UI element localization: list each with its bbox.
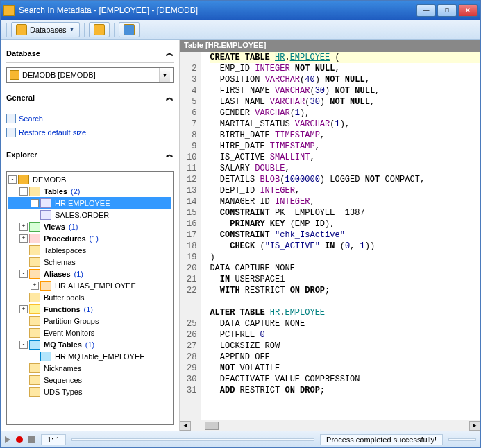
expand-icon[interactable]: - [19, 341, 28, 349]
expand-icon[interactable]: - [19, 187, 28, 196]
expand-icon[interactable]: - [19, 270, 28, 278]
tree-label: Event Monitors [42, 328, 96, 338]
general-section-header[interactable]: General︽ [6, 89, 174, 105]
db-icon [18, 175, 29, 184]
record-icon[interactable] [16, 436, 23, 443]
tree-node[interactable]: +Procedures(1) [8, 232, 171, 244]
scroll-left-icon[interactable]: ◄ [180, 421, 191, 431]
folder-icon [94, 24, 105, 35]
pr-icon [29, 234, 40, 243]
expand-icon[interactable]: + [19, 223, 28, 231]
fld-icon [29, 387, 40, 397]
expand-icon[interactable] [19, 246, 28, 255]
expand-icon[interactable] [19, 317, 28, 325]
expand-icon[interactable] [31, 352, 39, 361]
database-icon [10, 70, 19, 80]
tree-node[interactable]: UDS Types [8, 386, 171, 397]
stop-icon[interactable] [28, 436, 35, 443]
expand-icon[interactable] [19, 293, 28, 302]
scroll-right-icon[interactable]: ► [469, 421, 480, 431]
fld-icon [29, 187, 40, 196]
fld-icon [29, 328, 40, 338]
tree-node[interactable]: -DEMODB [8, 173, 171, 185]
code-editor[interactable]: 2345678910111213141516171819202122252627… [180, 52, 480, 420]
chevron-up-icon: ︽ [166, 48, 174, 58]
editor-header: Table [HR.EMPLOYEE] [180, 40, 480, 52]
tree-node[interactable]: Tablespaces [8, 244, 171, 256]
maximize-button[interactable]: □ [437, 4, 457, 17]
editor-panel: Table [HR.EMPLOYEE] 23456789101112131415… [180, 40, 480, 431]
expand-icon[interactable]: - [8, 175, 17, 184]
tree-label: MQ Tables [42, 340, 83, 350]
fld-icon [29, 245, 40, 255]
expand-icon[interactable]: + [19, 305, 28, 313]
combo-value: DEMODB [DEMODB] [22, 71, 96, 79]
tree-node[interactable]: +HR.ALIAS_EMPLOYEE [8, 279, 171, 291]
tree-label: Nicknames [42, 363, 83, 373]
tree-node[interactable]: +Functions(1) [8, 303, 171, 315]
expand-icon[interactable] [19, 258, 28, 266]
minimize-button[interactable]: — [416, 4, 436, 17]
expand-icon[interactable] [19, 364, 28, 372]
explorer-tree[interactable]: -DEMODB-Tables(2)+HR.EMPLOYEESALES.ORDER… [6, 171, 174, 425]
tree-node[interactable]: Schemas [8, 256, 171, 268]
tree-node[interactable]: Partition Groups [8, 315, 171, 327]
tree-label: UDS Types [42, 387, 83, 397]
fld-icon [29, 257, 40, 267]
databases-label: Databases [30, 26, 67, 34]
tree-label: Partition Groups [42, 316, 100, 326]
horizontal-scrollbar[interactable]: ◄ ► [180, 420, 480, 431]
status-message: Process completed successfully! [320, 434, 443, 445]
tree-node[interactable]: -Aliases(1) [8, 268, 171, 279]
explorer-section-header[interactable]: Explorer︽ [6, 146, 174, 162]
tree-node[interactable]: HR.MQTable_EMPLOYEE [8, 350, 171, 362]
toolbar-button-2[interactable] [119, 22, 140, 37]
mq-icon [40, 352, 51, 361]
statusbar: 1: 1 Process completed successfully! [1, 431, 480, 447]
tree-node[interactable]: Event Monitors [8, 327, 171, 338]
databases-dropdown[interactable]: Databases ▼ [11, 22, 80, 37]
titlebar: Search In Metadata - [EMPLOYEE] - [DEMOD… [1, 1, 480, 20]
expand-icon[interactable] [31, 211, 39, 219]
restore-icon [6, 128, 16, 137]
tree-label: HR.ALIAS_EMPLOYEE [53, 281, 137, 291]
expand-icon[interactable] [19, 376, 28, 384]
database-combo[interactable]: DEMODB [DEMODB] ▼ [6, 67, 174, 83]
tree-node[interactable]: Nicknames [8, 362, 171, 374]
code-content[interactable]: CREATE TABLE HR.EMPLOYEE ( EMP_ID INTEGE… [201, 52, 480, 420]
expand-icon[interactable]: + [31, 199, 39, 207]
toolbar-button-1[interactable] [89, 22, 110, 37]
line-gutter: 2345678910111213141516171819202122252627… [180, 52, 201, 420]
fn-icon [29, 304, 40, 314]
tree-node[interactable]: -MQ Tables(1) [8, 338, 171, 350]
al-icon [40, 281, 51, 291]
restore-size-link[interactable]: Restore default size [6, 126, 174, 139]
search-icon [6, 114, 16, 123]
tbl-icon [40, 198, 51, 208]
toolbar: Databases ▼ [1, 20, 480, 40]
expand-icon[interactable]: + [31, 282, 39, 290]
tree-node[interactable]: Sequences [8, 374, 171, 386]
scroll-thumb[interactable] [205, 422, 219, 430]
chevron-down-icon[interactable]: ▼ [159, 68, 170, 82]
search-link[interactable]: Search [6, 112, 174, 126]
database-section-header[interactable]: Database︽ [6, 45, 174, 61]
tree-label: Sequences [42, 375, 83, 385]
tree-node[interactable]: +HR.EMPLOYEE [8, 197, 171, 209]
app-icon [3, 5, 15, 16]
tree-label: Functions [42, 304, 82, 314]
expand-icon[interactable]: + [19, 234, 28, 243]
tree-node[interactable]: SALES.ORDER [8, 209, 171, 221]
tree-label: Procedures [42, 234, 87, 243]
tbl-icon [40, 210, 51, 220]
play-icon[interactable] [5, 436, 10, 443]
window-icon [124, 24, 135, 35]
tree-node[interactable]: -Tables(2) [8, 185, 171, 197]
expand-icon[interactable] [19, 388, 28, 396]
left-panel: Database︽ DEMODB [DEMODB] ▼ General︽ Sea… [1, 40, 180, 431]
tree-node[interactable]: Buffer pools [8, 291, 171, 303]
tree-label: HR.EMPLOYEE [53, 198, 111, 208]
close-button[interactable]: ✕ [458, 4, 478, 17]
tree-node[interactable]: +Views(1) [8, 221, 171, 232]
expand-icon[interactable] [19, 329, 28, 337]
